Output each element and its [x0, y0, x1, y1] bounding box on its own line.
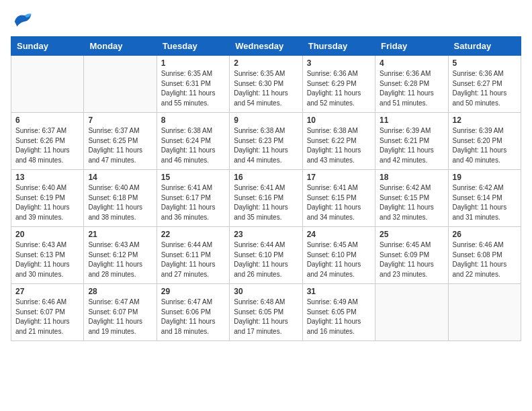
weekday-friday: Friday	[375, 37, 448, 56]
calendar-cell: 21Sunrise: 6:43 AMSunset: 6:12 PMDayligh…	[84, 227, 157, 284]
day-number: 11	[380, 116, 443, 125]
day-number: 21	[88, 230, 152, 239]
day-info: Sunrise: 6:39 AMSunset: 6:21 PMDaylight:…	[380, 126, 443, 165]
calendar-cell: 10Sunrise: 6:38 AMSunset: 6:22 PMDayligh…	[302, 113, 375, 170]
day-number: 31	[307, 287, 371, 296]
calendar-cell: 12Sunrise: 6:39 AMSunset: 6:20 PMDayligh…	[448, 113, 521, 170]
calendar-cell	[448, 284, 521, 341]
day-info: Sunrise: 6:38 AMSunset: 6:22 PMDaylight:…	[307, 126, 371, 165]
day-number: 7	[88, 116, 152, 125]
calendar-cell: 3Sunrise: 6:36 AMSunset: 6:29 PMDaylight…	[302, 56, 375, 113]
day-number: 22	[161, 230, 225, 239]
day-number: 6	[15, 116, 79, 125]
day-number: 13	[15, 173, 79, 182]
calendar-cell: 16Sunrise: 6:41 AMSunset: 6:16 PMDayligh…	[230, 170, 302, 227]
week-row-3: 13Sunrise: 6:40 AMSunset: 6:19 PMDayligh…	[11, 170, 521, 227]
day-number: 24	[307, 230, 371, 239]
day-number: 8	[161, 116, 225, 125]
page-header	[11, 11, 521, 30]
week-row-1: 1Sunrise: 6:35 AMSunset: 6:31 PMDaylight…	[11, 56, 521, 113]
calendar-cell: 1Sunrise: 6:35 AMSunset: 6:31 PMDaylight…	[157, 56, 229, 113]
calendar-cell: 11Sunrise: 6:39 AMSunset: 6:21 PMDayligh…	[375, 113, 448, 170]
calendar-cell: 17Sunrise: 6:41 AMSunset: 6:15 PMDayligh…	[302, 170, 375, 227]
day-info: Sunrise: 6:47 AMSunset: 6:07 PMDaylight:…	[88, 298, 152, 336]
day-number: 19	[453, 173, 517, 182]
calendar-cell: 4Sunrise: 6:36 AMSunset: 6:28 PMDaylight…	[375, 56, 448, 113]
day-info: Sunrise: 6:44 AMSunset: 6:10 PMDaylight:…	[234, 240, 298, 279]
day-number: 27	[15, 287, 79, 296]
calendar-cell: 5Sunrise: 6:36 AMSunset: 6:27 PMDaylight…	[448, 56, 521, 113]
day-info: Sunrise: 6:41 AMSunset: 6:16 PMDaylight:…	[234, 183, 298, 222]
day-info: Sunrise: 6:42 AMSunset: 6:15 PMDaylight:…	[380, 183, 443, 222]
calendar-cell: 25Sunrise: 6:45 AMSunset: 6:09 PMDayligh…	[375, 227, 448, 284]
calendar-cell: 31Sunrise: 6:49 AMSunset: 6:05 PMDayligh…	[302, 284, 375, 341]
calendar-cell: 22Sunrise: 6:44 AMSunset: 6:11 PMDayligh…	[157, 227, 229, 284]
day-number: 10	[307, 116, 371, 125]
day-info: Sunrise: 6:36 AMSunset: 6:27 PMDaylight:…	[453, 69, 517, 108]
calendar-cell: 19Sunrise: 6:42 AMSunset: 6:14 PMDayligh…	[448, 170, 521, 227]
day-number: 3	[307, 58, 371, 68]
day-number: 20	[15, 230, 79, 239]
day-number: 23	[234, 230, 298, 239]
day-info: Sunrise: 6:37 AMSunset: 6:26 PMDaylight:…	[15, 126, 79, 165]
calendar-cell: 14Sunrise: 6:40 AMSunset: 6:18 PMDayligh…	[84, 170, 157, 227]
calendar-cell: 9Sunrise: 6:38 AMSunset: 6:23 PMDaylight…	[230, 113, 302, 170]
day-number: 4	[380, 58, 443, 68]
day-number: 14	[88, 173, 152, 182]
week-row-5: 27Sunrise: 6:46 AMSunset: 6:07 PMDayligh…	[11, 284, 521, 341]
calendar-cell: 27Sunrise: 6:46 AMSunset: 6:07 PMDayligh…	[11, 284, 84, 341]
day-number: 29	[161, 287, 225, 296]
calendar-cell: 29Sunrise: 6:47 AMSunset: 6:06 PMDayligh…	[157, 284, 229, 341]
day-info: Sunrise: 6:38 AMSunset: 6:23 PMDaylight:…	[234, 126, 298, 165]
day-number: 9	[234, 116, 298, 125]
calendar-cell: 24Sunrise: 6:45 AMSunset: 6:10 PMDayligh…	[302, 227, 375, 284]
day-info: Sunrise: 6:43 AMSunset: 6:13 PMDaylight:…	[15, 240, 79, 279]
day-info: Sunrise: 6:48 AMSunset: 6:05 PMDaylight:…	[234, 298, 298, 336]
day-info: Sunrise: 6:36 AMSunset: 6:29 PMDaylight:…	[307, 69, 371, 108]
day-info: Sunrise: 6:45 AMSunset: 6:09 PMDaylight:…	[380, 240, 443, 279]
weekday-monday: Monday	[84, 37, 157, 56]
logo	[11, 11, 32, 30]
weekday-tuesday: Tuesday	[157, 37, 229, 56]
calendar-cell: 6Sunrise: 6:37 AMSunset: 6:26 PMDaylight…	[11, 113, 84, 170]
day-number: 5	[453, 58, 517, 68]
weekday-thursday: Thursday	[302, 37, 375, 56]
day-info: Sunrise: 6:41 AMSunset: 6:17 PMDaylight:…	[161, 183, 225, 222]
day-info: Sunrise: 6:45 AMSunset: 6:10 PMDaylight:…	[307, 240, 371, 279]
day-info: Sunrise: 6:47 AMSunset: 6:06 PMDaylight:…	[161, 298, 225, 336]
weekday-saturday: Saturday	[448, 37, 521, 56]
week-row-2: 6Sunrise: 6:37 AMSunset: 6:26 PMDaylight…	[11, 113, 521, 170]
day-info: Sunrise: 6:38 AMSunset: 6:24 PMDaylight:…	[161, 126, 225, 165]
calendar-header: SundayMondayTuesdayWednesdayThursdayFrid…	[11, 37, 521, 56]
day-info: Sunrise: 6:35 AMSunset: 6:30 PMDaylight:…	[234, 69, 298, 108]
day-number: 17	[307, 173, 371, 182]
day-info: Sunrise: 6:49 AMSunset: 6:05 PMDaylight:…	[307, 298, 371, 336]
calendar-cell: 30Sunrise: 6:48 AMSunset: 6:05 PMDayligh…	[230, 284, 302, 341]
day-info: Sunrise: 6:41 AMSunset: 6:15 PMDaylight:…	[307, 183, 371, 222]
day-info: Sunrise: 6:35 AMSunset: 6:31 PMDaylight:…	[161, 69, 225, 108]
week-row-4: 20Sunrise: 6:43 AMSunset: 6:13 PMDayligh…	[11, 227, 521, 284]
day-info: Sunrise: 6:40 AMSunset: 6:19 PMDaylight:…	[15, 183, 79, 222]
calendar-cell: 15Sunrise: 6:41 AMSunset: 6:17 PMDayligh…	[157, 170, 229, 227]
calendar-cell: 23Sunrise: 6:44 AMSunset: 6:10 PMDayligh…	[230, 227, 302, 284]
day-info: Sunrise: 6:43 AMSunset: 6:12 PMDaylight:…	[88, 240, 152, 279]
day-info: Sunrise: 6:44 AMSunset: 6:11 PMDaylight:…	[161, 240, 225, 279]
calendar-cell: 13Sunrise: 6:40 AMSunset: 6:19 PMDayligh…	[11, 170, 84, 227]
day-info: Sunrise: 6:37 AMSunset: 6:25 PMDaylight:…	[88, 126, 152, 165]
day-number: 30	[234, 287, 298, 296]
day-info: Sunrise: 6:39 AMSunset: 6:20 PMDaylight:…	[453, 126, 517, 165]
calendar-cell	[84, 56, 157, 113]
logo-bird-icon	[12, 11, 32, 30]
day-number: 15	[161, 173, 225, 182]
day-info: Sunrise: 6:40 AMSunset: 6:18 PMDaylight:…	[88, 183, 152, 222]
day-info: Sunrise: 6:46 AMSunset: 6:07 PMDaylight:…	[15, 298, 79, 336]
day-number: 12	[453, 116, 517, 125]
weekday-wednesday: Wednesday	[230, 37, 302, 56]
calendar-cell: 7Sunrise: 6:37 AMSunset: 6:25 PMDaylight…	[84, 113, 157, 170]
day-info: Sunrise: 6:36 AMSunset: 6:28 PMDaylight:…	[380, 69, 443, 108]
day-number: 25	[380, 230, 443, 239]
calendar-cell	[11, 56, 84, 113]
calendar-cell: 28Sunrise: 6:47 AMSunset: 6:07 PMDayligh…	[84, 284, 157, 341]
day-number: 18	[380, 173, 443, 182]
calendar-cell: 18Sunrise: 6:42 AMSunset: 6:15 PMDayligh…	[375, 170, 448, 227]
